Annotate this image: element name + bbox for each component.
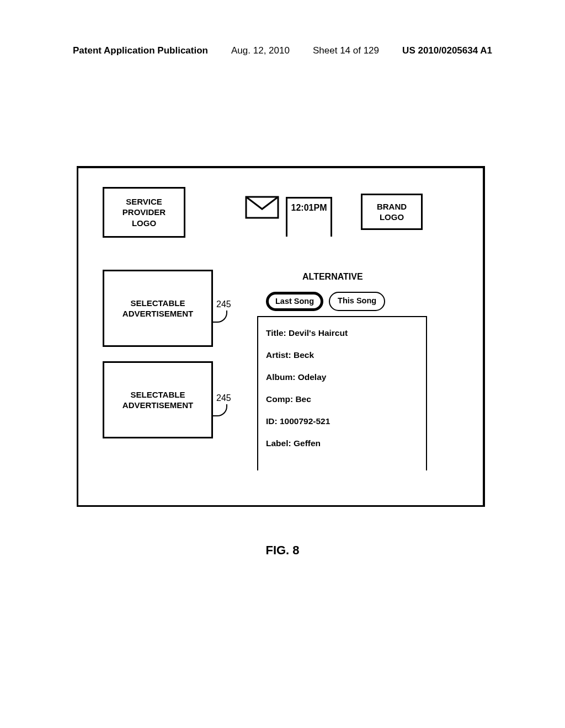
info-comp: Comp: Bec — [266, 394, 418, 404]
header-left: Patent Application Publication — [73, 45, 208, 56]
svc-line2: PROVIDER — [122, 207, 166, 218]
brand-line1: BRAND — [377, 201, 407, 212]
page-header: Patent Application Publication Aug. 12, … — [73, 45, 492, 56]
header-pubno: US 2010/0205634 A1 — [402, 45, 492, 56]
clock-display: 12:01PM — [286, 197, 332, 237]
song-tab-group: Last Song This Song — [266, 292, 385, 311]
this-song-button[interactable]: This Song — [329, 292, 385, 311]
clock-time: 12:01PM — [291, 203, 327, 212]
ad1-line1: SELECTABLE — [131, 298, 185, 309]
ad1-line2: ADVERTISEMENT — [122, 308, 193, 319]
ad2-line2: ADVERTISEMENT — [122, 400, 193, 411]
info-label: Label: Geffen — [266, 438, 418, 448]
song-info-panel: Title: Devil's Haircut Artist: Beck Albu… — [257, 316, 427, 470]
info-artist: Artist: Beck — [266, 350, 418, 360]
info-id: ID: 1000792-521 — [266, 416, 418, 426]
info-album: Album: Odelay — [266, 372, 418, 382]
callout-leader-b — [213, 404, 227, 416]
service-provider-logo: SERVICE PROVIDER LOGO — [103, 187, 185, 238]
screen-frame: SERVICE PROVIDER LOGO 12:01PM BRAND LOGO… — [77, 166, 485, 507]
genre-label: ALTERNATIVE — [302, 272, 363, 282]
selectable-advertisement-2[interactable]: SELECTABLE ADVERTISEMENT — [103, 361, 213, 438]
callout-leader-a — [213, 311, 227, 323]
info-title: Title: Devil's Haircut — [266, 328, 418, 338]
figure-label: FIG. 8 — [0, 543, 565, 558]
brand-line2: LOGO — [380, 212, 404, 223]
selectable-advertisement-1[interactable]: SELECTABLE ADVERTISEMENT — [103, 270, 213, 347]
header-date: Aug. 12, 2010 — [231, 45, 290, 56]
svc-line1: SERVICE — [126, 196, 162, 207]
callout-ref-245-a: 245 — [216, 299, 231, 309]
last-song-button[interactable]: Last Song — [266, 292, 323, 311]
brand-logo: BRAND LOGO — [361, 194, 423, 230]
mail-icon — [245, 196, 279, 219]
header-sheet: Sheet 14 of 129 — [313, 45, 379, 56]
ad2-line1: SELECTABLE — [131, 389, 185, 400]
callout-ref-245-b: 245 — [216, 393, 231, 403]
svc-line3: LOGO — [132, 218, 156, 229]
